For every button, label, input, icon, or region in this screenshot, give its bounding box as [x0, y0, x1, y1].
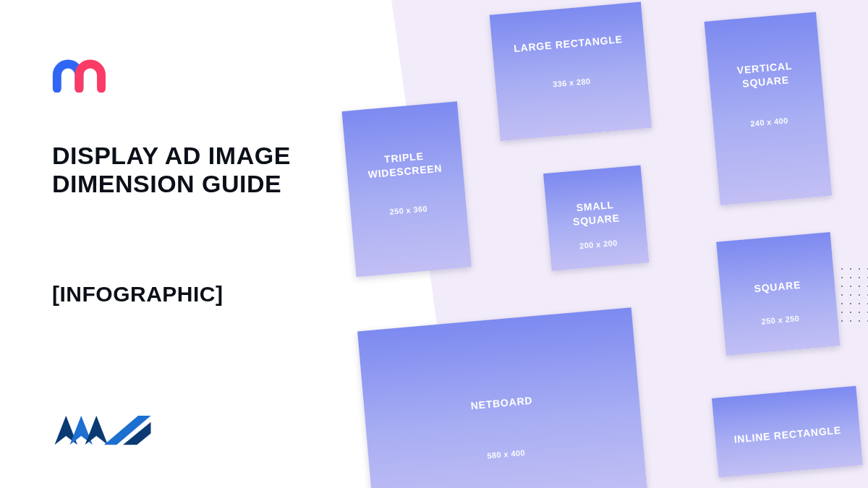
tile-label: NETBOARD: [461, 393, 542, 414]
logo-top-icon: [52, 56, 114, 93]
tile-label: VERTICAL SQUARE: [708, 56, 822, 93]
tile-size: 336 x 280: [553, 77, 591, 89]
tile-large-rectangle: LARGE RECTANGLE 336 x 280: [490, 2, 652, 142]
logo-footer-icon: [52, 411, 153, 449]
infographic-canvas: DISPLAY AD IMAGE DIMENSION GUIDE [INFOGR…: [0, 0, 868, 488]
tile-vertical-square: VERTICAL SQUARE 240 x 400: [705, 12, 833, 205]
tile-size: 580 x 400: [487, 448, 525, 461]
tile-size: 250 x 250: [761, 314, 799, 326]
tile-label: TRIPLE WIDESCREEN: [346, 146, 464, 184]
headline: DISPLAY AD IMAGE DIMENSION GUIDE: [52, 142, 291, 198]
tile-square: SQUARE 250 x 250: [716, 232, 840, 356]
tile-size: 250 x 360: [389, 204, 427, 216]
tile-size: 200 x 200: [579, 238, 618, 250]
tile-inline-rectangle: INLINE RECTANGLE: [712, 386, 863, 478]
svg-marker-2: [85, 416, 109, 445]
ad-tile-board: LARGE RECTANGLE 336 x 280 VERTICAL SQUAR…: [290, 0, 868, 488]
tile-label: LARGE RECTANGLE: [505, 32, 632, 56]
left-column: DISPLAY AD IMAGE DIMENSION GUIDE [INFOGR…: [0, 0, 311, 488]
tile-label: INLINE RECTANGLE: [725, 423, 851, 448]
tile-netboard: NETBOARD 580 x 400: [357, 307, 647, 488]
tile-triple-widescreen: TRIPLE WIDESCREEN 250 x 360: [341, 101, 471, 277]
subhead-text: [INFOGRAPHIC]: [52, 282, 223, 307]
headline-text: DISPLAY AD IMAGE DIMENSION GUIDE: [52, 142, 291, 198]
tile-size: 240 x 400: [750, 116, 788, 128]
tile-small-square: SMALL SQUARE 200 x 200: [543, 165, 649, 270]
subhead: [INFOGRAPHIC]: [52, 282, 223, 307]
tile-label: SMALL SQUARE: [546, 195, 646, 231]
tile-label: SQUARE: [745, 278, 810, 297]
